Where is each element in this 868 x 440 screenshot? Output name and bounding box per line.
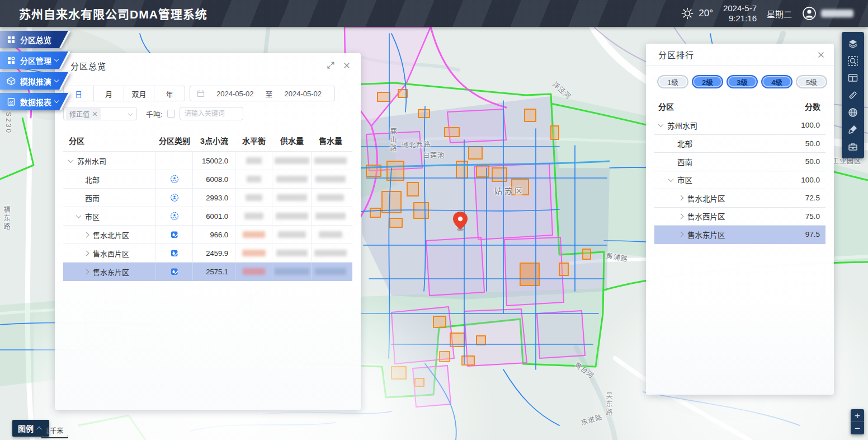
zone-name: 售水西片区: [687, 210, 805, 222]
sidebar-item-data-reports[interactable]: 数据报表: [0, 93, 70, 110]
score-value: 50.0: [805, 139, 825, 148]
expand-icon[interactable]: [327, 61, 335, 69]
zone-name: 市区: [677, 174, 801, 185]
redacted-value: [276, 250, 308, 256]
header-right: 20° 2024-5-7 9:21:16 星期二: [681, 3, 868, 24]
redacted-value: [243, 268, 265, 275]
toolbox-icon[interactable]: [845, 139, 861, 154]
zone-type-cell: [156, 244, 193, 262]
ranking-row[interactable]: 售水北片区72.5: [654, 189, 825, 208]
chevron-right-icon[interactable]: [84, 269, 89, 274]
redacted-value: [247, 176, 261, 182]
level-2-button[interactable]: 2级: [692, 75, 723, 88]
flow-value: 15002.0: [202, 157, 228, 165]
zoom-select-icon[interactable]: [845, 54, 861, 68]
chevron-down-icon[interactable]: [68, 157, 74, 163]
chevron-down-icon: [54, 78, 59, 82]
zone-type-cell: [156, 207, 193, 225]
column-night-flow: 3点小流: [193, 129, 235, 151]
drop-edit-zone-icon: [170, 249, 179, 258]
column-sales: 售水量: [312, 129, 350, 151]
user-menu[interactable]: [802, 6, 853, 21]
weather-widget: 20°: [681, 7, 713, 20]
zone-type-cell: [156, 170, 193, 188]
ranking-row[interactable]: 西南50.0: [654, 153, 825, 171]
chevron-right-icon[interactable]: [678, 213, 684, 219]
chevron-right-icon[interactable]: [84, 232, 89, 237]
period-tabs: 日 月 双月 年: [63, 86, 185, 101]
app-header: 苏州自来水有限公司DMA管理系统 20° 2024-5-7 9:21:16 星期…: [0, 0, 868, 27]
banner-body: 数据报表: [0, 93, 68, 110]
app-title: 苏州自来水有限公司DMA管理系统: [0, 5, 207, 22]
map-zoom-control: + −: [851, 409, 864, 434]
redacted-value: [246, 194, 262, 201]
unit-label: 千吨:: [146, 109, 163, 119]
metric-select[interactable]: 修正值: [63, 107, 137, 120]
overview-table-row[interactable]: 西南2993.0: [63, 189, 352, 207]
zone-name: 售水北片区: [687, 193, 805, 204]
chevron-down-icon[interactable]: [658, 121, 664, 127]
panel-title: 分区总览: [70, 60, 106, 72]
tab-month[interactable]: 月: [94, 86, 124, 101]
score-value: 72.5: [805, 194, 825, 202]
ranking-row[interactable]: 售水东片区97.5: [654, 226, 825, 244]
time-text: 9:21:16: [723, 13, 757, 24]
column-score: 分数: [805, 101, 820, 112]
column-zone: 分区: [658, 101, 674, 112]
overview-table-row[interactable]: 苏州水司15002.0: [63, 152, 352, 170]
level-3-button[interactable]: 3级: [727, 75, 758, 88]
overview-table-row[interactable]: 售水北片区966.0: [63, 226, 352, 244]
column-supply: 供水量: [272, 129, 312, 151]
column-zone: 分区: [63, 129, 156, 151]
date-to[interactable]: 2024-05-02: [279, 90, 328, 98]
overview-table-row[interactable]: 北部6008.0: [63, 170, 352, 189]
zone-type-cell: [156, 226, 193, 244]
zoom-out-button[interactable]: −: [851, 422, 864, 434]
zone-type-cell: [156, 263, 193, 280]
ranking-row[interactable]: 市区100.0: [654, 171, 825, 190]
level-5-button[interactable]: 5级: [796, 75, 827, 88]
chevron-down-icon[interactable]: [76, 213, 82, 218]
chevron-right-icon[interactable]: [678, 195, 684, 201]
close-icon[interactable]: [343, 62, 351, 69]
calendar-icon: [197, 90, 205, 97]
tab-year[interactable]: 年: [154, 86, 185, 101]
layers-icon[interactable]: [845, 36, 861, 51]
overview-table-row[interactable]: 售水东片区2575.1: [63, 263, 352, 281]
ranking-row[interactable]: 苏州水司100.0: [654, 116, 825, 135]
ruler-icon[interactable]: [845, 88, 861, 102]
overview-panel-header: 分区总览: [55, 53, 361, 78]
overview-table-row[interactable]: 市区6001.0: [63, 207, 352, 226]
globe-icon[interactable]: [845, 105, 861, 120]
tag-remove-icon[interactable]: [92, 111, 97, 116]
chevron-right-icon[interactable]: [678, 232, 684, 237]
ranking-row[interactable]: 售水西片区75.0: [654, 208, 825, 226]
overview-table-row[interactable]: 售水西片区2459.9: [63, 244, 352, 263]
map-scale: 1千米: [41, 425, 68, 438]
ranking-row[interactable]: 北部50.0: [654, 135, 825, 153]
level-1-button[interactable]: 1级: [657, 75, 688, 88]
date-from[interactable]: 2024-05-02: [210, 90, 260, 98]
chevron-right-icon[interactable]: [84, 250, 89, 256]
cube-icon: [7, 77, 16, 86]
level-4-button[interactable]: 4级: [761, 75, 792, 88]
close-icon[interactable]: [817, 51, 825, 59]
overview-table-header: 分区 分区类别 3点小流 水平衡 供水量 售水量: [63, 129, 352, 152]
zone-name: 售水北片区: [93, 230, 129, 240]
unit-checkbox[interactable]: [167, 110, 175, 118]
tab-bimonth[interactable]: 双月: [124, 86, 154, 101]
redacted-value: [275, 157, 309, 164]
score-value: 50.0: [805, 157, 825, 166]
split-window-icon[interactable]: [845, 71, 861, 85]
sidebar-item-zone-management[interactable]: 分区管理: [0, 52, 70, 69]
search-input[interactable]: [180, 107, 243, 120]
zoom-in-button[interactable]: +: [851, 409, 864, 422]
brush-icon[interactable]: [845, 122, 861, 137]
date-range-picker[interactable]: 2024-05-02 至 2024-05-02: [190, 86, 335, 101]
sidebar-item-zone-overview[interactable]: 分区总览: [0, 31, 70, 48]
redacted-value: [277, 194, 307, 201]
date-separator: 至: [266, 88, 273, 99]
sidebar-item-simulation[interactable]: 模拟推演: [0, 72, 70, 90]
redacted-value: [276, 213, 308, 219]
chevron-down-icon[interactable]: [668, 176, 674, 182]
